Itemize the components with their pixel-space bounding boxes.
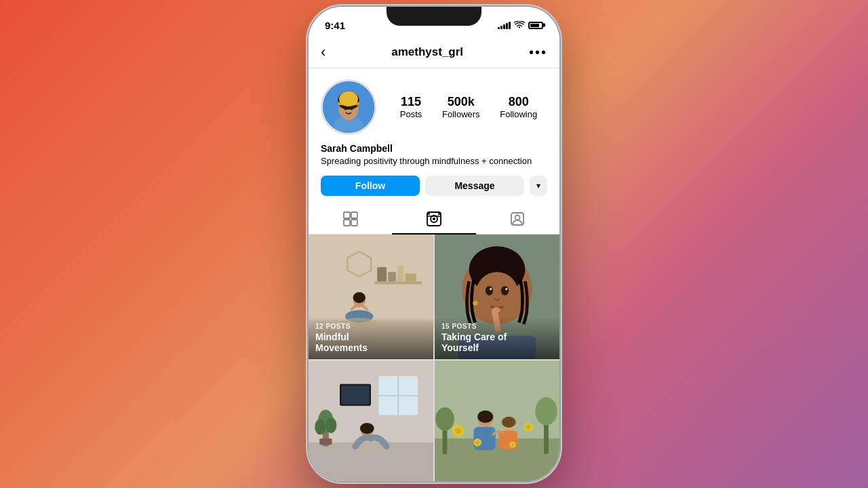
svg-point-39 <box>501 286 509 296</box>
svg-rect-74 <box>474 427 496 451</box>
battery-icon <box>528 22 543 29</box>
tab-tagged[interactable] <box>476 204 559 234</box>
action-buttons: Follow Message ▾ <box>321 176 547 196</box>
nav-bar: ‹ amethyst_grl ••• <box>309 37 559 68</box>
svg-point-18 <box>438 213 440 215</box>
svg-point-16 <box>433 218 435 220</box>
profile-bio: Spreading positivity through mindfulness… <box>321 155 547 167</box>
card-overlay-mindful: 12 POSTS MindfulMovements <box>309 317 433 360</box>
svg-rect-25 <box>375 281 422 285</box>
notch <box>387 7 481 26</box>
svg-point-42 <box>473 301 477 306</box>
tab-reels[interactable] <box>392 204 475 234</box>
svg-point-79 <box>475 441 479 445</box>
svg-point-71 <box>526 424 531 429</box>
svg-point-41 <box>505 288 507 290</box>
profile-username: amethyst_grl <box>391 45 463 59</box>
posts-stat: 115 Posts <box>400 95 422 119</box>
svg-point-55 <box>315 419 326 434</box>
profile-info: Sarah Campbell Spreading positivity thro… <box>321 143 547 167</box>
svg-rect-53 <box>319 439 332 445</box>
svg-rect-63 <box>435 439 559 481</box>
care-posts-label: 15 POSTS <box>441 323 553 330</box>
content-grid: 12 POSTS MindfulMovements <box>309 235 559 481</box>
grid-icon <box>342 211 359 227</box>
profile-section: 115 Posts 500k Followers 800 Following <box>309 68 559 204</box>
more-options-button[interactable]: ••• <box>529 45 547 60</box>
svg-point-8 <box>344 108 347 110</box>
card-taking-care[interactable]: 15 POSTS Taking Care ofYourself <box>435 235 559 359</box>
mindful-title: MindfulMovements <box>315 331 427 354</box>
tab-bar <box>309 204 559 235</box>
following-label: Following <box>500 109 537 119</box>
phone-mockup: 9:41 <box>309 7 559 481</box>
home-illustration <box>309 361 433 481</box>
svg-point-40 <box>490 288 492 290</box>
svg-rect-11 <box>351 212 357 218</box>
back-button[interactable]: ‹ <box>321 43 326 61</box>
svg-point-21 <box>515 216 520 220</box>
svg-point-73 <box>477 411 493 423</box>
avatar <box>321 79 376 135</box>
svg-point-81 <box>511 443 515 447</box>
card-overlay-care: 15 POSTS Taking Care ofYourself <box>435 317 559 360</box>
svg-rect-61 <box>341 386 369 405</box>
card-home[interactable] <box>309 361 433 481</box>
profile-top: 115 Posts 500k Followers 800 Following <box>321 79 547 135</box>
svg-rect-10 <box>344 212 350 218</box>
message-button[interactable]: Message <box>425 176 524 196</box>
posts-count: 115 <box>401 95 421 109</box>
svg-point-56 <box>326 418 336 433</box>
tagged-icon <box>509 211 526 227</box>
svg-point-31 <box>353 292 366 303</box>
mindful-posts-label: 12 POSTS <box>315 323 427 330</box>
svg-point-45 <box>492 307 500 313</box>
status-time: 9:41 <box>325 20 345 31</box>
tab-grid[interactable] <box>309 204 392 234</box>
svg-point-67 <box>535 397 557 425</box>
status-icons <box>498 21 543 29</box>
svg-point-38 <box>486 286 494 296</box>
follow-button[interactable]: Follow <box>321 176 420 196</box>
profile-name: Sarah Campbell <box>321 143 547 154</box>
svg-point-59 <box>360 423 374 434</box>
card-mindful-movements[interactable]: 12 POSTS MindfulMovements <box>309 235 433 359</box>
followers-stat: 500k Followers <box>442 95 480 119</box>
dropdown-button[interactable]: ▾ <box>530 176 547 196</box>
svg-point-65 <box>435 407 454 431</box>
posts-label: Posts <box>400 109 422 119</box>
phone-frame: 9:41 <box>309 7 559 481</box>
following-stat: 800 Following <box>500 95 537 119</box>
screen: ‹ amethyst_grl ••• <box>309 37 559 481</box>
reels-icon <box>426 211 442 227</box>
card-garden[interactable] <box>435 361 559 481</box>
followers-label: Followers <box>442 109 480 119</box>
profile-stats: 115 Posts 500k Followers 800 Following <box>390 95 547 119</box>
svg-point-7 <box>339 92 358 106</box>
following-count: 800 <box>509 95 529 109</box>
svg-rect-29 <box>406 274 416 282</box>
svg-rect-12 <box>344 220 350 226</box>
signal-icon <box>498 21 511 29</box>
svg-rect-27 <box>388 272 396 281</box>
svg-point-76 <box>502 417 516 428</box>
svg-point-9 <box>351 108 353 110</box>
garden-illustration <box>435 361 559 481</box>
wifi-icon <box>514 21 525 29</box>
care-title: Taking Care ofYourself <box>441 331 553 354</box>
svg-point-69 <box>455 428 461 434</box>
svg-rect-26 <box>377 267 387 281</box>
followers-count: 500k <box>448 95 475 109</box>
svg-rect-28 <box>397 266 403 281</box>
svg-rect-13 <box>351 220 357 226</box>
svg-point-17 <box>428 213 430 215</box>
